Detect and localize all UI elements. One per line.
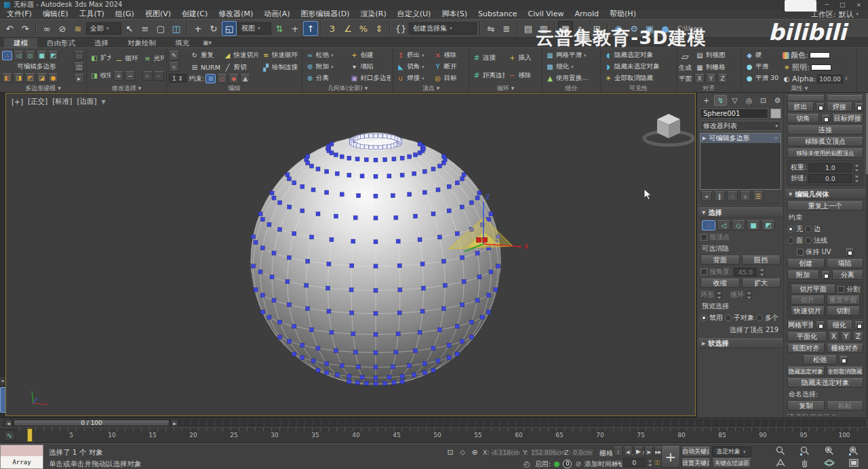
object-name-field[interactable]: Sphere001 bbox=[700, 108, 768, 119]
key-forward-icon[interactable]: ▶ bbox=[618, 460, 622, 465]
element-mode-icon[interactable]: ◩ bbox=[48, 51, 58, 60]
ribbon-全部取消隐藏-button[interactable]: ☀全部取消隐藏 bbox=[603, 73, 674, 84]
object-color-swatch[interactable] bbox=[770, 108, 781, 119]
stack-item-可编辑多边形[interactable]: ▶可编辑多边形⁘ bbox=[701, 134, 781, 143]
ribbon-切角-button[interactable]: ◣切角▾ bbox=[395, 62, 430, 73]
ribbon-快速循环-button[interactable]: ≡快速循环 bbox=[260, 50, 300, 61]
ribbon-连接-button[interactable]: #连接 bbox=[471, 53, 505, 64]
z-coordinate-field[interactable]: 0.0cm bbox=[571, 448, 594, 457]
set-key-button[interactable]: 设置关键点 bbox=[682, 458, 710, 468]
close-button[interactable]: × bbox=[856, 1, 861, 8]
ribbon-group-footer-对齐[interactable]: 对齐 bbox=[677, 84, 741, 92]
ribbon-移除-button[interactable]: −移除 bbox=[507, 70, 540, 81]
ribbon-创建-button[interactable]: +创建 bbox=[349, 50, 391, 61]
geo-分割-checkbox[interactable] bbox=[837, 286, 844, 293]
next-key-button[interactable]: |▶ bbox=[644, 447, 653, 456]
menu-item-1[interactable]: 编辑(E) bbox=[37, 9, 74, 19]
geo-塌陷-button[interactable]: 塌陷 bbox=[827, 259, 864, 268]
select-and-manipulate-icon[interactable]: + bbox=[288, 21, 302, 36]
geo-折缝:-spinner[interactable]: ▴▾ bbox=[854, 174, 860, 182]
vertex-color-swatch[interactable] bbox=[810, 52, 830, 58]
sel-禁用-radio[interactable] bbox=[701, 314, 707, 321]
sel-扩大-button[interactable]: 扩大 bbox=[742, 279, 781, 288]
geo-法线-radio[interactable] bbox=[805, 237, 812, 244]
ribbon-收缩-button[interactable]: ◨收缩 bbox=[89, 70, 111, 81]
poly-icon-3[interactable]: ◩ bbox=[25, 73, 35, 83]
workspace-selector[interactable]: 工作区: 默认 ▾ bbox=[811, 9, 868, 20]
ribbon-隐藏未选定对象-button[interactable]: ◗隐藏未选定对象 bbox=[603, 62, 674, 73]
viewcube[interactable] bbox=[644, 114, 693, 145]
ribbon-松弛-button[interactable]: ≈松弛▾ bbox=[304, 50, 347, 61]
ribbon-group-footer-顶点[interactable]: 顶点 ▾ bbox=[393, 84, 469, 92]
display-tab[interactable]: ⊡ bbox=[757, 95, 770, 106]
ribbon-硬-button[interactable]: ◆硬 bbox=[744, 50, 780, 61]
geo-焊接-settings-icon[interactable] bbox=[854, 103, 863, 112]
ribbon-重复-button[interactable]: ↻重复 bbox=[189, 50, 220, 61]
x-coordinate-field[interactable]: -4.118cm bbox=[490, 448, 519, 457]
maximize-viewport-icon[interactable] bbox=[842, 457, 865, 469]
reference-coordinate-dropdown[interactable]: 视图▾ bbox=[237, 22, 271, 35]
viewport-filter-icon[interactable]: ▼ bbox=[102, 99, 106, 105]
constraint-face-icon[interactable]: ◆ bbox=[229, 74, 239, 83]
create-tab[interactable]: + bbox=[700, 95, 713, 106]
field-of-view-icon[interactable] bbox=[769, 457, 793, 469]
geo-焊接-button[interactable]: 焊接 bbox=[827, 102, 853, 112]
geo-挤出-settings-icon[interactable] bbox=[816, 103, 825, 112]
polygon-mode-icon[interactable]: ■ bbox=[37, 51, 47, 60]
edit-named-sets-icon[interactable]: {} bbox=[393, 21, 408, 36]
unlink-selection-icon[interactable]: ⊘ bbox=[55, 21, 70, 36]
redo-icon[interactable]: ↷ bbox=[18, 21, 33, 36]
ribbon-group-footer-几何体(全部)[interactable]: 几何体(全部) ▾ bbox=[302, 84, 393, 92]
previous-key-button[interactable]: ◀| bbox=[624, 447, 633, 456]
menu-item-10[interactable]: 自定义(U) bbox=[392, 9, 437, 19]
align-axis-Y[interactable]: Y bbox=[706, 74, 716, 83]
viewport-label-part-2[interactable]: [标准] bbox=[52, 97, 72, 106]
ribbon-绘制连接-button[interactable]: ▞绘制连接▾ bbox=[260, 62, 300, 73]
absolute-mode-icon[interactable]: ⊕ bbox=[469, 447, 480, 457]
poly-icon-2[interactable]: ◨ bbox=[14, 73, 24, 83]
geo-全部取消隐藏-button[interactable]: 全部取消隐藏 bbox=[827, 367, 864, 376]
edit-spinner[interactable]: 1 ↕ bbox=[169, 74, 186, 83]
geo-折缝:-field[interactable]: 0.0 bbox=[808, 174, 852, 183]
constraint-none-icon[interactable]: ⊠ bbox=[205, 74, 216, 83]
geo-分离-button[interactable]: 分离 bbox=[832, 270, 864, 280]
edit-tool-icon-2[interactable]: ⌗ bbox=[169, 62, 179, 72]
spinner-snap-icon[interactable]: ⇕ bbox=[372, 21, 387, 36]
geo-目标焊接-button[interactable]: 目标焊接 bbox=[832, 114, 864, 123]
sel-多个-radio[interactable] bbox=[756, 314, 763, 321]
alpha-spinner[interactable]: ↕ bbox=[844, 76, 848, 81]
sel-按顶点-checkbox[interactable] bbox=[701, 234, 707, 241]
ribbon-挤出-button[interactable]: ↥挤出▾ bbox=[395, 50, 430, 61]
geo-创建-button[interactable]: 创建 bbox=[787, 259, 825, 268]
previous-frame-arrow[interactable]: ◀ bbox=[5, 420, 12, 426]
ribbon-tab-对象绘制[interactable]: 对象绘制 bbox=[118, 38, 165, 47]
select-and-move-icon[interactable]: + bbox=[191, 21, 205, 36]
zoom-extents-icon[interactable] bbox=[818, 445, 842, 457]
geo-planar-Z-button[interactable]: Z bbox=[853, 332, 863, 342]
percent-snap-icon[interactable]: % bbox=[356, 21, 371, 36]
pan-icon[interactable] bbox=[793, 457, 817, 469]
geo-网格平滑-button[interactable]: 网格平滑 bbox=[787, 321, 814, 330]
viewport-label-part-1[interactable]: [正交] bbox=[28, 97, 47, 106]
illumination-swatch[interactable] bbox=[811, 64, 831, 70]
ribbon-附加-button[interactable]: ⊕附加▾ bbox=[304, 62, 347, 73]
vertex-subobject-icon[interactable]: ∴ bbox=[702, 220, 715, 230]
geo-栅格对齐-button[interactable]: 栅格对齐 bbox=[827, 344, 864, 353]
edge-mode-icon[interactable]: ◁ bbox=[14, 51, 24, 60]
geo-连接-button[interactable]: 连接 bbox=[787, 125, 863, 135]
geo-planar-Y-button[interactable]: Y bbox=[841, 332, 851, 342]
clock-icon[interactable]: ◴ bbox=[522, 459, 532, 469]
zoom-extents-all-icon[interactable] bbox=[842, 445, 865, 457]
ribbon-封口多边形-button[interactable]: ▣封口多边形 bbox=[349, 73, 391, 84]
geo-重复上一个-button[interactable]: 重复上一个 bbox=[787, 201, 863, 211]
ribbon-group-footer-修改选择[interactable]: 修改选择 ▾ bbox=[87, 84, 166, 92]
ribbon-目标-button[interactable]: ◎目标 bbox=[433, 73, 467, 84]
frame-spinner[interactable]: ▴▾ bbox=[647, 459, 653, 467]
pin-stack-icon[interactable]: ⌖ bbox=[701, 191, 712, 201]
modifier-stack[interactable]: ▶可编辑多边形⁘ bbox=[700, 133, 781, 190]
scene-explorer-icon[interactable]: ▤ bbox=[521, 21, 536, 36]
select-and-scale-icon[interactable]: ◱ bbox=[222, 21, 237, 36]
zoom-all-icon[interactable] bbox=[793, 445, 817, 457]
align-axis-X[interactable]: X bbox=[694, 74, 705, 83]
keyboard-override-icon[interactable]: ↑ bbox=[303, 21, 318, 36]
